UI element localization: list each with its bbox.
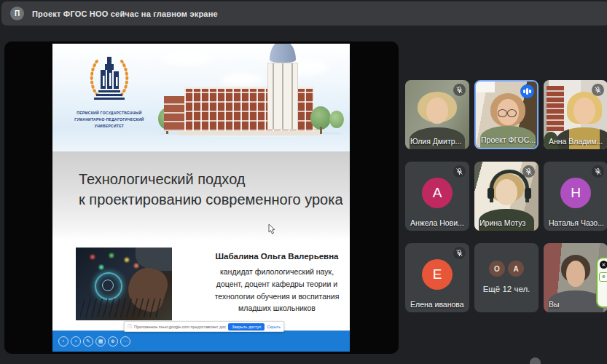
participant-name: Юлия Дмитр... (410, 137, 461, 146)
grid-view-button[interactable]: ▦ (95, 336, 106, 347)
slide-header: ПЕРМСКИЙ ГОСУДАРСТВЕННЫЙ ГУМАНИТАРНО-ПЕД… (52, 44, 350, 151)
participant-name: Анжела Нови... (410, 218, 464, 227)
info-icon: ⓘ (128, 323, 132, 330)
presentation-slide: ПЕРМСКИЙ ГОСУДАРСТВЕННЫЙ ГУМАНИТАРНО-ПЕД… (52, 44, 350, 331)
participant-name: Анна Владим... (549, 137, 603, 146)
university-name-line: УНИВЕРСИТЕТ (67, 123, 152, 130)
mic-off-icon (522, 165, 535, 178)
university-name-line: ГУМАНИТАРНО-ПЕДАГОГИЧЕСКИЙ (67, 116, 152, 123)
audio-speaking-icon (520, 84, 534, 98)
author-name: Шабалина Ольга Валерьевна (207, 252, 347, 261)
next-slide-button[interactable]: › (71, 336, 81, 347)
close-icon[interactable]: ✕ (600, 261, 607, 269)
browser-extension-overlay[interactable]: ✕ e (596, 257, 607, 308)
university-building-illustration (158, 51, 344, 147)
university-name: ПЕРМСКИЙ ГОСУДАРСТВЕННЫЙ ГУМАНИТАРНО-ПЕД… (67, 110, 152, 130)
laptop-technology-photo (76, 248, 172, 320)
mic-off-icon (453, 84, 466, 96)
shared-screen-tile[interactable]: ПЕРМСКИЙ ГОСУДАРСТВЕННЫЙ ГУМАНИТАРНО-ПЕД… (4, 41, 399, 354)
overflow-participants-tile[interactable]: О А Ещё 12 чел. (474, 243, 539, 312)
presentation-viewer-toolbar: ‹ › ✎ ▦ ⊕ ⋯ (52, 331, 350, 352)
mic-off-icon (592, 84, 604, 96)
mouse-cursor-icon (268, 224, 275, 237)
overflow-count-label: Ещё 12 чел. (474, 285, 539, 293)
screen-share-notice: ⓘ Приложение meet.google.com предоставля… (124, 321, 284, 332)
university-emblem-icon (88, 55, 130, 103)
author-description: кандидат филологический наук, доцент, до… (207, 266, 347, 314)
overflow-avatars: О А (474, 261, 539, 277)
participant-avatar: А (508, 261, 524, 277)
participant-name: Проект ФГОС... (481, 135, 536, 144)
presenting-banner-text: Проект ФГОС НОО сейчас на главном экране (32, 9, 218, 18)
stop-sharing-button[interactable]: Закрыть доступ (228, 323, 265, 331)
participant-avatar: Н (560, 178, 591, 208)
author-block: Шабалина Ольга Валерьевна кандидат филол… (207, 252, 347, 314)
university-name-line: ПЕРМСКИЙ ГОСУДАРСТВЕННЫЙ (67, 110, 152, 116)
participant-avatar: О (489, 261, 505, 277)
participant-name: Елена иванова (410, 300, 464, 309)
mic-off-icon (453, 247, 466, 259)
extension-logo-icon[interactable]: e (599, 272, 607, 282)
slide-title-band: Технологический подход к проектированию … (52, 151, 350, 240)
slide-title-line1: Технологический подход (79, 169, 350, 189)
mic-off-icon (453, 165, 466, 178)
participant-name: Наталья Чазо... (549, 218, 604, 227)
mic-off-icon (592, 165, 604, 178)
participant-tile-natalya[interactable]: Н Наталья Чазо... (544, 162, 607, 231)
slide-title: Технологический подход к проектированию … (79, 169, 350, 210)
participant-tile-anzhela[interactable]: А Анжела Нови... (405, 162, 469, 231)
hidden-control-peek[interactable] (530, 357, 541, 364)
screen-share-notice-message: Приложение meet.google.com предоставляет… (134, 325, 226, 329)
self-name-label: Вы (549, 300, 560, 309)
zoom-button[interactable]: ⊕ (108, 336, 118, 347)
participant-tile-yulia[interactable]: Юлия Дмитр... (405, 80, 469, 149)
participant-name: Ирина Мотуз (479, 218, 525, 227)
university-logo: ПЕРМСКИЙ ГОСУДАРСТВЕННЫЙ ГУМАНИТАРНО-ПЕД… (67, 55, 152, 130)
participant-avatar: Е (422, 259, 453, 290)
slide-footer: Шабалина Ольга Валерьевна кандидат филол… (52, 240, 350, 331)
participant-tile-anna[interactable]: Анна Владим... (544, 80, 607, 149)
slide-title-line2: к проектированию современного урока (79, 189, 350, 210)
hide-notice-link[interactable]: Скрыть (267, 325, 281, 329)
pen-tool-button[interactable]: ✎ (83, 336, 93, 347)
participant-tile-irina[interactable]: Ирина Мотуз (474, 162, 539, 231)
more-options-button[interactable]: ⋯ (120, 336, 130, 347)
participant-tile-proekt-fgos[interactable]: Проект ФГОС... (474, 80, 539, 149)
participant-tile-elena[interactable]: Е Елена иванова (405, 243, 469, 312)
presenter-avatar: П (10, 7, 24, 20)
participant-avatar: А (422, 178, 453, 208)
prev-slide-button[interactable]: ‹ (58, 336, 68, 347)
presenting-banner: П Проект ФГОС НОО сейчас на главном экра… (1, 1, 607, 25)
